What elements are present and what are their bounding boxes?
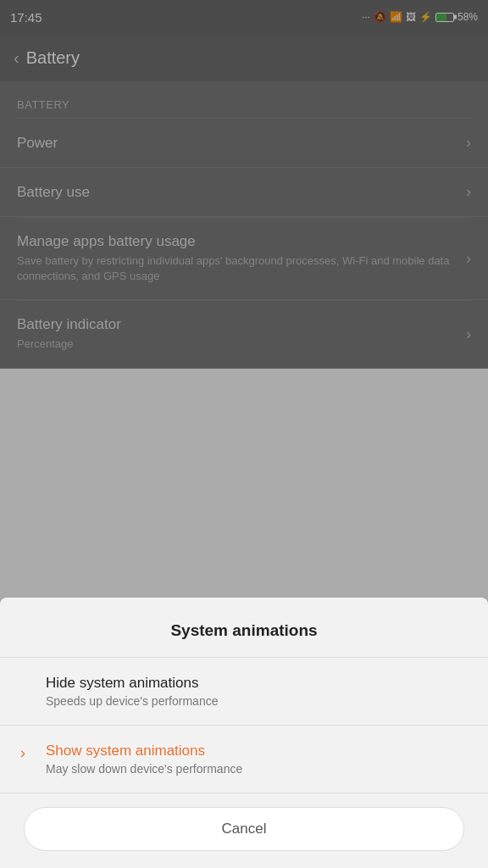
option-show-animations[interactable]: › Show system animations May slow down d… [0, 726, 488, 793]
option-hide-desc: Speeds up device's performance [46, 694, 468, 708]
option-hide-animations[interactable]: Hide system animations Speeds up device'… [0, 658, 488, 726]
sheet-title: System animations [0, 598, 488, 657]
bottom-sheet: System animations Hide system animations… [0, 598, 488, 868]
option-show-label: Show system animations [46, 743, 468, 760]
option-hide-label: Hide system animations [46, 675, 468, 692]
option-hide-text: Hide system animations Speeds up device'… [46, 675, 468, 708]
overlay-backdrop: System animations Hide system animations… [0, 0, 488, 868]
option-show-desc: May slow down device's performance [46, 762, 468, 776]
option-show-indicator: › [20, 744, 37, 762]
option-show-text: Show system animations May slow down dev… [46, 743, 468, 776]
cancel-button[interactable]: Cancel [24, 807, 464, 851]
cancel-area: Cancel [0, 793, 488, 851]
